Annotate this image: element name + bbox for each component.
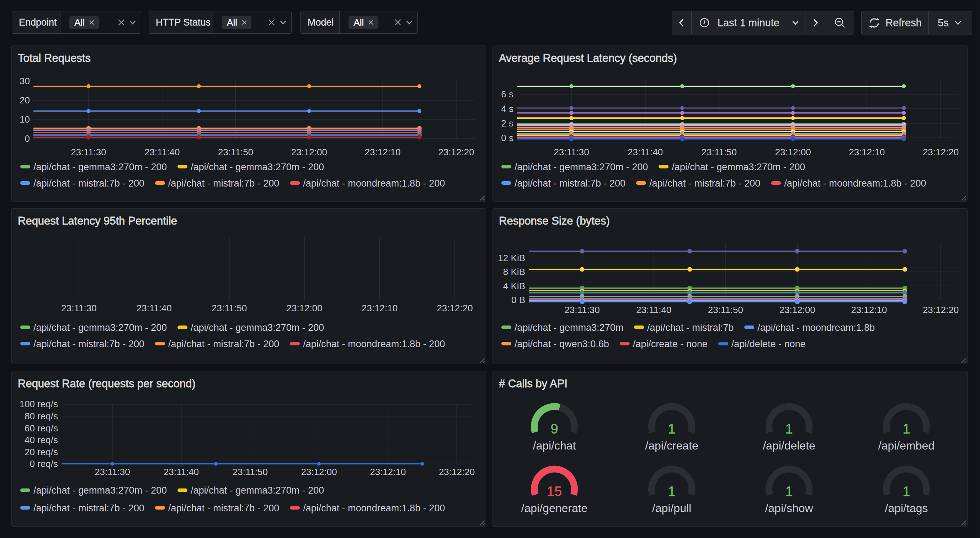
svg-text:23:11:40: 23:11:40 xyxy=(137,303,172,313)
svg-text:0: 0 xyxy=(25,133,30,144)
svg-text:1: 1 xyxy=(668,484,675,499)
svg-text:/api/chat - gemma3:270m - 200: /api/chat - gemma3:270m - 200 xyxy=(672,162,805,172)
svg-text:/api/embed: /api/embed xyxy=(878,439,934,452)
svg-text:6 s: 6 s xyxy=(501,89,514,100)
svg-text:23:12:10: 23:12:10 xyxy=(365,147,401,157)
svg-text:/api/chat - gemma3:270m - 200: /api/chat - gemma3:270m - 200 xyxy=(191,322,324,333)
svg-text:/api/delete - none: /api/delete - none xyxy=(732,339,806,349)
svg-text:23:12:20: 23:12:20 xyxy=(923,147,959,157)
svg-text:Request Rate (requests per sec: Request Rate (requests per second) xyxy=(18,378,196,390)
svg-text:20 req/s: 20 req/s xyxy=(24,447,58,457)
svg-text:/api/chat - mistral:7b - 200: /api/chat - mistral:7b - 200 xyxy=(168,503,279,514)
svg-text:15: 15 xyxy=(547,484,562,499)
svg-text:23:11:30: 23:11:30 xyxy=(554,147,589,157)
svg-text:/api/create - none: /api/create - none xyxy=(633,339,708,349)
svg-text:1: 1 xyxy=(668,421,675,436)
svg-text:12 KiB: 12 KiB xyxy=(498,253,525,263)
svg-text:# Calls by API: # Calls by API xyxy=(499,378,568,390)
svg-text:23:11:50: 23:11:50 xyxy=(232,467,268,477)
svg-text:/api/chat - moondream:1.8b - 2: /api/chat - moondream:1.8b - 200 xyxy=(303,503,445,514)
svg-text:100 req/s: 100 req/s xyxy=(19,399,58,409)
svg-text:/api/chat - moondream:1.8b - 2: /api/chat - moondream:1.8b - 200 xyxy=(784,178,926,189)
svg-text:/api/chat - moondream:1.8b: /api/chat - moondream:1.8b xyxy=(757,322,875,333)
svg-text:2 s: 2 s xyxy=(501,118,514,129)
svg-text:/api/chat - mistral:7b: /api/chat - mistral:7b xyxy=(647,322,733,333)
svg-text:Total Requests: Total Requests xyxy=(18,52,91,64)
svg-text:/api/chat - mistral:7b - 200: /api/chat - mistral:7b - 200 xyxy=(168,339,279,349)
svg-text:Response Size (bytes): Response Size (bytes) xyxy=(499,215,610,227)
svg-text:/api/chat - mistral:7b - 200: /api/chat - mistral:7b - 200 xyxy=(33,178,144,189)
svg-text:23:11:30: 23:11:30 xyxy=(61,303,96,313)
svg-text:4 KiB: 4 KiB xyxy=(503,281,525,291)
svg-text:23:11:50: 23:11:50 xyxy=(702,147,737,157)
svg-text:23:12:00: 23:12:00 xyxy=(286,303,323,313)
svg-text:1: 1 xyxy=(902,484,910,499)
svg-text:23:11:30: 23:11:30 xyxy=(71,147,106,157)
svg-text:1: 1 xyxy=(902,421,910,436)
svg-text:23:12:00: 23:12:00 xyxy=(779,305,815,315)
svg-text:23:11:40: 23:11:40 xyxy=(628,147,663,157)
svg-text:23:11:30: 23:11:30 xyxy=(95,467,130,477)
svg-text:23:12:20: 23:12:20 xyxy=(439,467,475,477)
svg-text:/api/chat - gemma3:270m - 200: /api/chat - gemma3:270m - 200 xyxy=(191,485,324,496)
svg-text:/api/chat - mistral:7b - 200: /api/chat - mistral:7b - 200 xyxy=(168,178,279,189)
svg-text:60 req/s: 60 req/s xyxy=(24,423,58,433)
svg-text:23:12:00: 23:12:00 xyxy=(301,467,337,477)
svg-text:/api/pull: /api/pull xyxy=(652,502,691,514)
svg-text:/api/tags: /api/tags xyxy=(885,502,928,514)
svg-text:/api/chat - mistral:7b - 200: /api/chat - mistral:7b - 200 xyxy=(514,178,625,189)
svg-text:/api/chat - gemma3:270m - 200: /api/chat - gemma3:270m - 200 xyxy=(514,162,648,172)
svg-text:9: 9 xyxy=(550,421,558,436)
svg-text:20: 20 xyxy=(19,95,30,106)
svg-text:10: 10 xyxy=(19,114,30,125)
svg-text:/api/chat - gemma3:270m - 200: /api/chat - gemma3:270m - 200 xyxy=(191,162,324,172)
svg-text:/api/chat - moondream:1.8b - 2: /api/chat - moondream:1.8b - 200 xyxy=(303,339,445,349)
svg-text:/api/create: /api/create xyxy=(645,439,698,452)
svg-text:/api/chat - qwen3:0.6b: /api/chat - qwen3:0.6b xyxy=(514,339,609,349)
svg-text:23:12:20: 23:12:20 xyxy=(923,305,959,315)
svg-text:23:12:00: 23:12:00 xyxy=(291,147,327,157)
svg-text:/api/chat - gemma3:270m - 200: /api/chat - gemma3:270m - 200 xyxy=(33,162,167,172)
svg-text:4 s: 4 s xyxy=(501,103,514,114)
svg-text:23:12:00: 23:12:00 xyxy=(775,147,811,157)
svg-text:Average Request Latency (secon: Average Request Latency (seconds) xyxy=(499,52,677,64)
svg-text:23:12:10: 23:12:10 xyxy=(370,467,406,477)
svg-text:/api/chat - moondream:1.8b - 2: /api/chat - moondream:1.8b - 200 xyxy=(303,178,445,189)
svg-text:30: 30 xyxy=(19,76,30,86)
svg-text:/api/chat - gemma3:270m - 200: /api/chat - gemma3:270m - 200 xyxy=(33,485,167,496)
svg-text:23:11:30: 23:11:30 xyxy=(564,305,600,315)
svg-text:Request Latency 95th Percentil: Request Latency 95th Percentile xyxy=(18,215,177,227)
svg-text:/api/show: /api/show xyxy=(765,502,813,514)
svg-text:8 KiB: 8 KiB xyxy=(503,267,525,277)
svg-text:/api/chat: /api/chat xyxy=(533,439,576,452)
svg-text:23:12:10: 23:12:10 xyxy=(851,305,887,315)
svg-text:23:11:50: 23:11:50 xyxy=(218,147,253,157)
svg-text:/api/delete: /api/delete xyxy=(763,439,815,452)
svg-text:23:11:50: 23:11:50 xyxy=(708,305,743,315)
svg-text:23:12:20: 23:12:20 xyxy=(437,303,473,313)
svg-text:/api/chat - gemma3:270m - 200: /api/chat - gemma3:270m - 200 xyxy=(33,322,167,333)
svg-text:0 s: 0 s xyxy=(501,133,514,143)
svg-text:1: 1 xyxy=(785,421,792,436)
svg-text:/api/chat - mistral:7b - 200: /api/chat - mistral:7b - 200 xyxy=(33,503,144,514)
svg-text:/api/chat - gemma3:270m: /api/chat - gemma3:270m xyxy=(514,322,624,333)
svg-text:23:11:50: 23:11:50 xyxy=(212,303,247,313)
svg-text:/api/chat - mistral:7b - 200: /api/chat - mistral:7b - 200 xyxy=(33,339,144,349)
svg-text:23:11:40: 23:11:40 xyxy=(164,467,199,477)
svg-text:0 B: 0 B xyxy=(511,295,525,305)
svg-text:23:11:40: 23:11:40 xyxy=(636,305,671,315)
svg-text:0 req/s: 0 req/s xyxy=(30,459,58,469)
svg-text:23:12:10: 23:12:10 xyxy=(849,147,885,157)
svg-text:23:11:40: 23:11:40 xyxy=(144,147,180,157)
svg-text:23:12:20: 23:12:20 xyxy=(438,147,474,157)
svg-text:/api/generate: /api/generate xyxy=(521,502,588,514)
svg-text:23:12:10: 23:12:10 xyxy=(362,303,398,313)
svg-text:1: 1 xyxy=(785,484,792,499)
svg-text:40 req/s: 40 req/s xyxy=(24,435,58,445)
svg-text:/api/chat - mistral:7b - 200: /api/chat - mistral:7b - 200 xyxy=(649,178,760,189)
svg-text:80 req/s: 80 req/s xyxy=(24,411,58,421)
